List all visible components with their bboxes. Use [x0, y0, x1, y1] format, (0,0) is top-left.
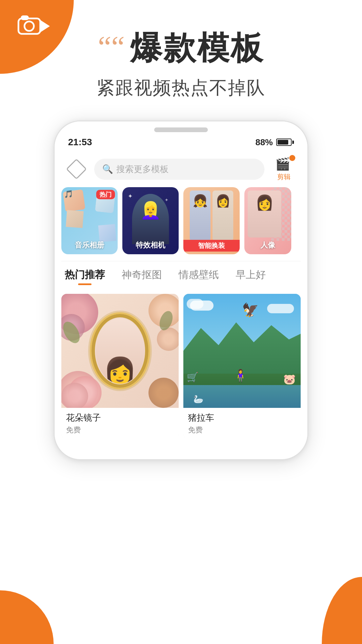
corner-decoration-bottom-left: [0, 590, 54, 644]
tab-magic[interactable]: 神奇抠图: [122, 268, 162, 285]
card-pig-cart-title: 猪拉车: [188, 412, 296, 424]
header-section: ““ 爆款模板 紧跟视频热点不掉队: [0, 0, 362, 100]
card-flower-image: 👩: [61, 294, 179, 408]
diamond-button[interactable]: [65, 157, 88, 181]
card-flower-price: 免费: [66, 425, 174, 435]
category-effect-bg: ✦ ✦ ✦ 👱‍♀️ 特效相机: [122, 187, 179, 254]
search-bar[interactable]: 🔍 搜索更多模板: [94, 159, 264, 180]
svg-point-1: [24, 21, 34, 31]
category-dress[interactable]: 👧 👩 智能换装: [183, 187, 240, 254]
subtitle: 紧跟视频热点不掉队: [0, 76, 362, 100]
tab-emotion[interactable]: 情感壁纸: [179, 268, 219, 285]
bottom-spacer: [55, 439, 307, 459]
card-flower[interactable]: 👩 花朵镜子 免费: [61, 294, 179, 439]
search-icon: 🔍: [102, 164, 113, 174]
category-effect-label: 特效相机: [122, 240, 179, 250]
category-effect[interactable]: ✦ ✦ ✦ 👱‍♀️ 特效相机: [122, 187, 179, 254]
card-pig-cart-price: 免费: [188, 425, 296, 435]
svg-rect-3: [21, 16, 28, 19]
hot-badge: 热门: [96, 190, 115, 199]
category-dress-bg: 👧 👩 智能换装: [183, 187, 240, 254]
card-flower-title: 花朵镜子: [66, 412, 174, 424]
phone-notch-bar: [55, 121, 307, 132]
phone-notch: [154, 127, 208, 132]
category-music-label: 音乐相册: [61, 240, 118, 250]
edit-label: 剪辑: [277, 172, 291, 181]
battery-icon: [276, 139, 294, 146]
quote-mark: ““: [98, 32, 125, 62]
status-right: 88%: [255, 137, 294, 148]
category-row: 热门 🎵 音乐相册: [55, 187, 307, 261]
search-placeholder-text: 搜索更多模板: [116, 163, 169, 175]
battery-percent: 88%: [255, 137, 273, 148]
header-title-row: ““ 爆款模板: [0, 27, 362, 70]
tab-row: 热门推荐 神奇抠图 情感壁纸 早上好: [55, 261, 307, 288]
category-portrait-bg: 👩 人像: [244, 187, 291, 254]
content-grid: 👩 花朵镜子 免费: [55, 288, 307, 439]
svg-marker-2: [40, 21, 49, 32]
category-music[interactable]: 热门 🎵 音乐相册: [61, 187, 118, 254]
grid-col-right: 🦢 🦅 🧍‍♀️ 🛒 🐷 猪拉车 免费: [183, 294, 301, 439]
edit-icon: 🎬: [275, 157, 290, 171]
tab-hot[interactable]: 热门推荐: [65, 268, 105, 285]
tab-morning[interactable]: 早上好: [236, 268, 266, 285]
top-bar: 🔍 搜索更多模板 🎬 剪辑: [55, 151, 307, 187]
edit-icon-wrap: 🎬: [275, 157, 293, 172]
main-title: 爆款模板: [130, 27, 264, 70]
card-pig-cart[interactable]: 🦢 🦅 🧍‍♀️ 🛒 🐷 猪拉车 免费: [183, 294, 301, 439]
status-bar: 21:53 88%: [55, 132, 307, 151]
category-music-bg: 热门 🎵 音乐相册: [61, 187, 118, 254]
edit-button[interactable]: 🎬 剪辑: [270, 156, 297, 182]
category-portrait[interactable]: 👩 人像: [244, 187, 291, 254]
category-portrait-label: 人像: [244, 240, 291, 250]
corner-decoration-bottom-right: [322, 577, 362, 644]
card-flower-info: 花朵镜子 免费: [61, 408, 179, 439]
phone-body: 21:53 88% 🔍 搜索更多模板: [54, 120, 308, 460]
grid-col-left: 👩 花朵镜子 免费: [61, 294, 179, 439]
card-pig-cart-info: 猪拉车 免费: [183, 408, 301, 439]
category-dress-label: 智能换装: [183, 240, 240, 252]
phone-mockup: 21:53 88% 🔍 搜索更多模板: [0, 120, 362, 460]
diamond-icon: [66, 159, 87, 179]
edit-badge: [289, 155, 295, 161]
status-time: 21:53: [68, 137, 92, 148]
app-logo: [17, 13, 50, 38]
card-pig-cart-image: 🦢 🦅 🧍‍♀️ 🛒 🐷: [183, 294, 301, 408]
